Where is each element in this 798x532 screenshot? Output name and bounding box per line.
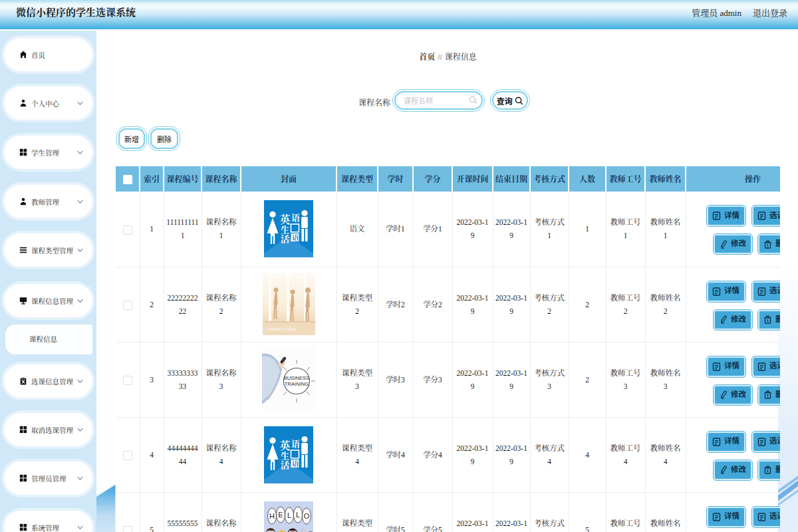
- svg-text:L: L: [296, 511, 300, 519]
- svg-text:BUSINESS: BUSINESS: [284, 375, 309, 381]
- svg-text:H: H: [269, 512, 275, 520]
- svg-text:英: 英: [280, 440, 291, 452]
- svg-text:活: 活: [281, 234, 289, 244]
- svg-text:语: 语: [291, 213, 300, 223]
- svg-text:L: L: [287, 511, 291, 519]
- svg-text:语: 语: [291, 438, 300, 448]
- svg-text:♪ DANCE STUDIO: ♪ DANCE STUDIO: [266, 327, 297, 331]
- svg-text:E: E: [278, 511, 283, 519]
- svg-text:语: 语: [292, 234, 299, 242]
- svg-text:活: 活: [281, 460, 289, 469]
- svg-text:语: 语: [292, 460, 299, 467]
- svg-text:英: 英: [280, 213, 291, 225]
- svg-text:TRAINING: TRAINING: [285, 381, 309, 387]
- svg-text:O: O: [304, 512, 310, 520]
